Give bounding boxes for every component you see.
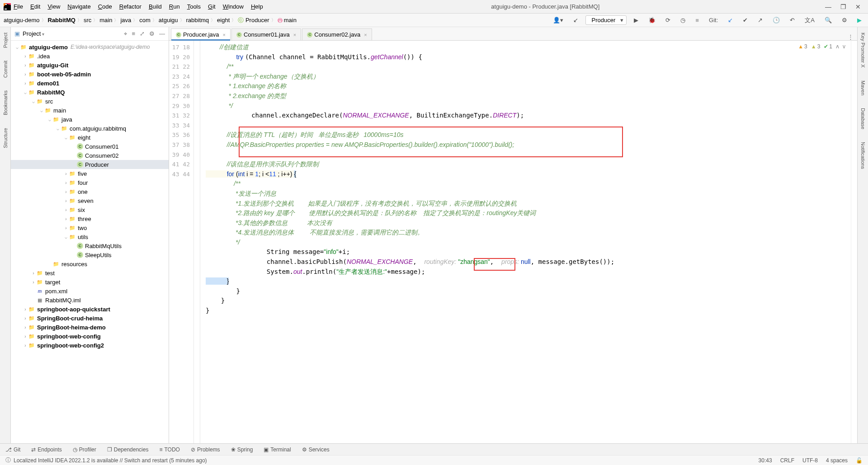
bottom-tool-services[interactable]: ⚙Services: [302, 446, 330, 453]
tree-item-rabbitmq[interactable]: ⌵📁RabbitMQ: [11, 88, 169, 97]
next-highlight-icon[interactable]: v: [843, 43, 845, 50]
tree-arrow[interactable]: ⌵: [39, 108, 44, 113]
menu-navigate[interactable]: Navigate: [65, 2, 93, 11]
file-encoding[interactable]: UTF-8: [802, 457, 818, 464]
tree-item-seven[interactable]: ›📁seven: [11, 196, 169, 205]
menu-run[interactable]: Run: [166, 2, 183, 11]
crumb-rabbitmq[interactable]: rabbitmq: [186, 17, 209, 23]
left-tab-project[interactable]: Project: [2, 31, 9, 50]
editor-tab-consumer02-java[interactable]: CConsumer02.java×: [302, 28, 372, 40]
tree-arrow[interactable]: ›: [63, 180, 69, 185]
tree-item-three[interactable]: ›📁three: [11, 214, 169, 223]
menu-tools[interactable]: Tools: [184, 2, 203, 11]
git-commit-icon[interactable]: ✔: [740, 16, 750, 24]
run-button[interactable]: ▶: [631, 16, 641, 24]
tree-arrow[interactable]: ›: [23, 63, 28, 68]
tree-arrow[interactable]: ›: [23, 316, 28, 321]
tree-item-springboot-web-config[interactable]: ›📁springboot-web-config: [11, 332, 169, 341]
menu-window[interactable]: Window: [220, 2, 246, 11]
left-tab-bookmarks[interactable]: Bookmarks: [2, 89, 9, 117]
tree-item-resources[interactable]: 📁resources: [11, 259, 169, 268]
tree-arrow[interactable]: ›: [23, 343, 28, 348]
bottom-tool-git[interactable]: ⎇Git: [5, 446, 20, 453]
right-tab-key-promoter-x[interactable]: Key Promoter X: [859, 31, 867, 70]
status-info-icon[interactable]: ⓘ: [5, 456, 11, 464]
bottom-tool-profiler[interactable]: ◷Profiler: [73, 446, 96, 453]
right-tab-notifications[interactable]: Notifications: [859, 140, 867, 171]
crumb-eight[interactable]: eight: [217, 17, 230, 23]
editor-tab-consumer01-java[interactable]: CConsumer01.java×: [231, 28, 301, 40]
translate-icon[interactable]: 文A: [802, 15, 817, 25]
tree-arrow[interactable]: ›: [31, 271, 36, 276]
tree-item-test[interactable]: ›📁test: [11, 268, 169, 277]
readonly-icon[interactable]: 🔓: [856, 457, 863, 464]
stop-button[interactable]: ■: [693, 16, 702, 24]
tree-arrow[interactable]: ⌵: [47, 117, 52, 122]
tree-item-five[interactable]: ›📁five: [11, 169, 169, 178]
tree-item-atguigu-demo[interactable]: ⌵📁atguigu-demoE:\idea-workspace\atguigu-…: [11, 42, 169, 52]
tree-item-springboot-aop-quickstart[interactable]: ›📁springboot-aop-quickstart: [11, 305, 169, 314]
tree-arrow[interactable]: ›: [63, 198, 69, 203]
tree-arrow[interactable]: ›: [23, 81, 28, 86]
expand-all-icon[interactable]: ≡: [132, 30, 135, 38]
close-tab-icon[interactable]: ×: [223, 32, 226, 38]
menu-git[interactable]: Git: [205, 2, 218, 11]
typos-count[interactable]: 1: [824, 43, 832, 50]
tree-item-springboot-crud-heima[interactable]: ›📁SpringBoot-crud-heima: [11, 314, 169, 323]
tree-arrow[interactable]: ›: [23, 72, 28, 77]
tree-arrow[interactable]: ›: [63, 171, 69, 176]
tree-arrow[interactable]: ⌵: [14, 45, 20, 50]
right-tab-maven[interactable]: Maven: [859, 79, 867, 97]
tree-item-springboot-web-config2[interactable]: ›📁springboot-web-config2: [11, 341, 169, 350]
tree-arrow[interactable]: ⌵: [63, 135, 69, 140]
tree-arrow[interactable]: ⌵: [63, 235, 69, 240]
tree-arrow[interactable]: ›: [63, 207, 69, 212]
line-gutter[interactable]: 17 18 19 20 21 22 23 24 25 26 27 28 29 3…: [169, 41, 194, 443]
tree-item-consumer01[interactable]: CConsumer01: [11, 142, 169, 151]
line-separator[interactable]: CRLF: [780, 457, 794, 464]
indent-info[interactable]: 4 spaces: [826, 457, 848, 464]
project-tool-title[interactable]: Project: [23, 30, 44, 37]
close-tab-icon[interactable]: ×: [364, 32, 367, 38]
collapse-all-icon[interactable]: ⤢: [140, 30, 145, 38]
tree-item--idea[interactable]: ›📁.idea: [11, 52, 169, 61]
close-tab-icon[interactable]: ×: [293, 32, 296, 38]
tree-item-six[interactable]: ›📁six: [11, 205, 169, 214]
tree-arrow[interactable]: ›: [23, 334, 28, 339]
tree-arrow[interactable]: ›: [23, 325, 28, 330]
weak-warnings-count[interactable]: 3: [811, 43, 821, 50]
right-tab-database[interactable]: Database: [859, 106, 867, 131]
tree-arrow[interactable]: ⌵: [23, 90, 28, 95]
crumb-main[interactable]: ⓜ main: [278, 17, 297, 24]
tree-item-sleeputils[interactable]: CSleepUtils: [11, 250, 169, 259]
tree-arrow[interactable]: ›: [63, 216, 69, 221]
crumb-producer[interactable]: ⓒ Producer: [238, 16, 269, 24]
tree-item-target[interactable]: ›📁target: [11, 277, 169, 287]
crumb-rabbitmq[interactable]: RabbitMQ: [48, 17, 75, 23]
maximize-button[interactable]: ❐: [840, 3, 846, 10]
coverage-button[interactable]: ⟳: [663, 16, 673, 24]
tree-arrow[interactable]: ›: [63, 225, 69, 230]
close-button[interactable]: ✕: [855, 3, 861, 10]
prev-highlight-icon[interactable]: ʌ: [836, 43, 839, 50]
bottom-tool-terminal[interactable]: ▣Terminal: [264, 446, 291, 453]
menu-refactor[interactable]: Refactor: [117, 2, 144, 11]
settings-icon[interactable]: ⚙: [839, 16, 850, 24]
error-stripe[interactable]: [851, 41, 857, 443]
tree-item-main[interactable]: ⌵📁main: [11, 106, 169, 115]
menu-edit[interactable]: Edit: [28, 2, 43, 11]
crumb-java[interactable]: java: [120, 17, 131, 23]
debug-button[interactable]: 🐞: [646, 16, 658, 24]
tree-item-utils[interactable]: ⌵📁utils: [11, 232, 169, 241]
git-history-icon[interactable]: 🕒: [770, 16, 783, 24]
tree-item-demo01[interactable]: ›📁demo01: [11, 79, 169, 88]
tree-arrow[interactable]: ›: [23, 54, 28, 59]
code-content[interactable]: //创建信道 try (Channel channel = RabbitMqUt…: [200, 41, 851, 443]
menu-code[interactable]: Code: [95, 2, 115, 11]
tree-arrow[interactable]: ⌵: [31, 99, 36, 104]
bottom-tool-spring[interactable]: ❀Spring: [231, 446, 253, 453]
editor-tab-producer-java[interactable]: CProducer.java×: [171, 28, 231, 41]
bottom-tool-endpoints[interactable]: ⇄Endpoints: [31, 446, 61, 453]
menu-view[interactable]: View: [45, 2, 63, 11]
tree-item-java[interactable]: ⌵📁java: [11, 115, 169, 124]
